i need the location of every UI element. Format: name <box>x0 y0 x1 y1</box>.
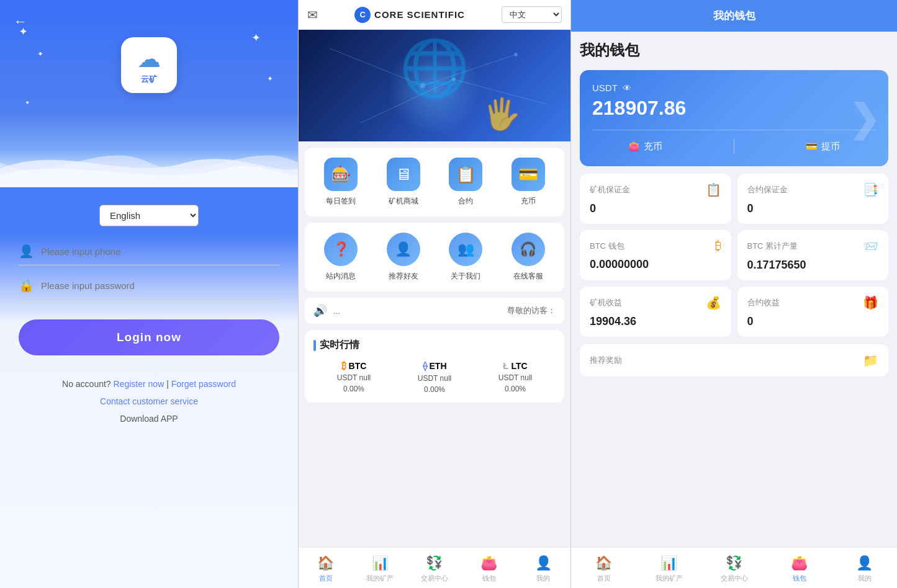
lock-icon: 🔒 <box>19 278 34 293</box>
home-nav-profile[interactable]: 👤 我的 <box>516 553 570 586</box>
stat-miner-deposit: 矿机保证金 📋 0 <box>580 174 731 224</box>
stat-title-contract-income: 合约收益 <box>747 297 780 308</box>
menu-label-contract: 合约 <box>458 196 473 207</box>
svg-point-6 <box>514 53 518 56</box>
stat-header: 矿机保证金 📋 <box>590 182 721 197</box>
referral-icon: 👤 <box>387 233 420 266</box>
login-header: ← ✦ ✦ ✦ ✦ ✦ ☁ 云矿 <box>0 0 298 186</box>
menu-label-support: 在线客服 <box>513 271 543 282</box>
app-logo: ☁ 云矿 <box>121 37 177 93</box>
stat-btc-cumulative: BTC 累计产量 📨 0.17175650 <box>737 230 889 280</box>
menu-item-messages[interactable]: ❓ 站内消息 <box>319 233 363 282</box>
ltc-change: 0.00% <box>505 385 526 393</box>
contact-service-link[interactable]: Contact customer service <box>100 396 198 406</box>
title-bar-accent <box>313 340 316 351</box>
about-icon: 👥 <box>449 233 482 266</box>
svg-point-5 <box>452 78 456 81</box>
recharge-icon: 👛 <box>628 141 640 152</box>
menu-item-contract[interactable]: 📋 合约 <box>444 158 487 207</box>
mail-icon[interactable]: ✉ <box>307 7 318 22</box>
recharge-button[interactable]: 👛 充币 <box>628 141 662 153</box>
recharge-icon: 💳 <box>512 158 545 191</box>
ltc-name: LTC <box>511 361 527 371</box>
wallet-nav-profile[interactable]: 👤 我的 <box>832 553 897 586</box>
home-nav-wallet-label: 钱包 <box>482 574 496 583</box>
wallet-bottom-icon: 📁 <box>863 353 878 368</box>
home-topbar: ✉ C CORE SCIENTIFIC 中文 English <box>299 0 570 30</box>
wallet-balance-card: USDT 👁 218907.86 👛 充币 💳 提币 ❯ <box>580 70 888 166</box>
stat-icon-btc-wallet: ₿ <box>715 239 721 253</box>
back-button[interactable]: ← <box>14 14 27 30</box>
home-nav-mining[interactable]: 📊 我的矿产 <box>353 553 408 586</box>
wallet-nav-home[interactable]: 🏠 首页 <box>571 553 636 586</box>
wallet-nav-home-icon: 🏠 <box>595 555 612 571</box>
daily-signin-icon: 🎰 <box>324 158 358 191</box>
home-nav-profile-label: 我的 <box>536 574 550 583</box>
star-decoration: ✦ <box>267 74 273 83</box>
home-nav-home[interactable]: 🏠 首页 <box>299 553 353 586</box>
menu-label-daily-signin: 每日签到 <box>326 196 356 207</box>
menu-label-messages: 站内消息 <box>326 271 356 282</box>
stat-title-btc-wallet: BTC 钱包 <box>590 241 624 252</box>
home-nav-wallet[interactable]: 👛 钱包 <box>462 553 516 586</box>
menu-label-miner-shop: 矿机商城 <box>389 196 418 207</box>
menu-item-daily-signin[interactable]: 🎰 每日签到 <box>319 158 363 207</box>
withdraw-button[interactable]: 💳 提币 <box>806 141 840 153</box>
star-decoration: ✦ <box>25 99 30 106</box>
menu-label-recharge: 充币 <box>521 196 536 207</box>
ltc-icon: Ł <box>503 360 508 371</box>
home-nav-home-icon: 🏠 <box>317 555 334 571</box>
round-menu-card: ❓ 站内消息 👤 推荐好友 👥 关于我们 🎧 在线客服 <box>305 223 564 292</box>
support-icon: 🎧 <box>512 233 545 266</box>
language-selector[interactable]: English 中文 <box>99 205 199 226</box>
home-nav-trade[interactable]: 💱 交易中心 <box>407 553 462 586</box>
forget-password-link[interactable]: Forget password <box>171 379 236 389</box>
wallet-bottom-label: 推荐奖励 <box>590 355 622 366</box>
menu-item-recharge[interactable]: 💳 充币 <box>507 158 550 207</box>
stat-value-contract-deposit: 0 <box>747 202 879 215</box>
stat-value-contract-income: 0 <box>747 315 879 328</box>
menu-item-about[interactable]: 👥 关于我们 <box>444 233 487 282</box>
coin-eth[interactable]: ⟠ ETH USDT null 0.00% <box>418 360 451 394</box>
coin-ltc[interactable]: Ł LTC USDT null 0.00% <box>498 360 532 394</box>
wallet-content: 我的钱包 USDT 👁 218907.86 👛 充币 💳 提币 <box>571 32 897 547</box>
login-screen: ← ✦ ✦ ✦ ✦ ✦ ☁ 云矿 English <box>0 0 298 588</box>
password-input-group: 🔒 <box>19 278 279 300</box>
menu-item-referral[interactable]: 👤 推荐好友 <box>382 233 425 282</box>
phone-input[interactable] <box>41 246 279 257</box>
wallet-nav-home-label: 首页 <box>597 574 611 583</box>
withdraw-icon: 💳 <box>806 141 818 152</box>
wallet-nav-wallet-label: 钱包 <box>793 574 806 583</box>
stat-icon-miner-income: 💰 <box>706 295 721 310</box>
wallet-nav-mining[interactable]: 📊 我的矿产 <box>636 553 701 586</box>
password-input[interactable] <box>41 280 279 291</box>
brand-name: CORE SCIENTIFIC <box>374 9 465 20</box>
market-coins: ₿ BTC USDT null 0.00% ⟠ ETH USDT null <box>313 360 556 394</box>
chevron-right-icon: ❯ <box>849 97 880 140</box>
wallet-nav-wallet-icon: 👛 <box>791 555 808 571</box>
eth-change: 0.00% <box>424 385 445 394</box>
sound-icon: 🔊 <box>313 304 327 318</box>
register-link[interactable]: Register now <box>114 379 165 389</box>
stat-header: BTC 累计产量 📨 <box>747 239 879 254</box>
wallet-nav-wallet[interactable]: 👛 钱包 <box>767 553 832 586</box>
login-form: English 中文 👤 🔒 Login now No account? Reg… <box>19 205 279 427</box>
menu-item-support[interactable]: 🎧 在线客服 <box>507 233 550 282</box>
stat-icon-btc-cumulative: 📨 <box>863 239 878 254</box>
home-banner: 🌐 🖐 <box>299 30 570 141</box>
svg-line-2 <box>361 79 454 123</box>
marquee-content: ... <box>333 306 501 316</box>
wave-decoration <box>0 138 298 187</box>
miner-shop-icon: 🖥 <box>387 158 420 191</box>
download-app-text[interactable]: Download APP <box>120 414 178 424</box>
home-language-selector[interactable]: 中文 English <box>502 6 562 23</box>
btc-change: 0.00% <box>343 385 364 393</box>
stat-icon-contract-income: 🎁 <box>863 295 878 310</box>
login-button[interactable]: Login now <box>19 319 279 355</box>
wallet-nav-trade[interactable]: 💱 交易中心 <box>701 553 767 586</box>
coin-btc[interactable]: ₿ BTC USDT null 0.00% <box>337 360 371 394</box>
stat-header: 合约保证金 📑 <box>747 182 879 197</box>
recharge-label: 充币 <box>644 141 662 153</box>
contract-icon: 📋 <box>449 158 482 191</box>
menu-item-miner-shop[interactable]: 🖥 矿机商城 <box>382 158 425 207</box>
